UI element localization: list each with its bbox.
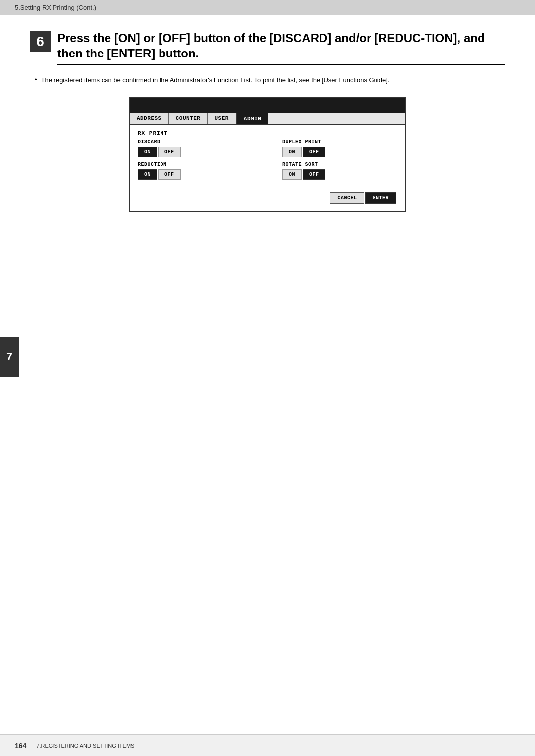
discard-off-button[interactable]: OFF [158,147,181,157]
step-title: Press the [ON] or [OFF] button of the [D… [57,30,505,65]
setting-row: DISCARD ON OFF REDUCTION ON OFF [138,139,397,185]
right-col: DUPLEX PRINT ON OFF ROTATE SORT ON OFF [282,139,397,185]
rotate-sort-off-button[interactable]: OFF [303,169,325,180]
tab-admin[interactable]: ADMIN [236,113,269,124]
tab-user[interactable]: USER [208,113,236,124]
breadcrumb: 5.Setting RX Printing (Cont.) [0,0,535,15]
reduction-on-button[interactable]: ON [138,169,157,180]
chapter-label: 7.REGISTERING AND SETTING ITEMS [36,743,134,749]
enter-button[interactable]: ENTER [365,192,396,204]
ui-panel: ADDRESS COUNTER USER ADMIN RX PRINT DISC… [129,97,406,212]
reduction-btn-group: ON OFF [138,169,253,180]
duplex-btn-group: ON OFF [282,147,397,157]
duplex-on-button[interactable]: ON [282,147,302,157]
rotate-sort-on-button[interactable]: ON [282,169,302,180]
step-number: 6 [30,31,51,52]
tab-address[interactable]: ADDRESS [130,113,169,124]
discard-label: DISCARD [138,139,253,145]
rotate-sort-btn-group: ON OFF [282,169,397,180]
section-title: RX PRINT [138,130,397,136]
breadcrumb-text: 5.Setting RX Printing (Cont.) [15,4,96,11]
note-text: The registered items can be confirmed in… [41,75,390,85]
reduction-off-button[interactable]: OFF [158,169,181,180]
step-heading: 6 Press the [ON] or [OFF] button of the … [30,30,505,65]
ui-tabs: ADDRESS COUNTER USER ADMIN [130,113,405,125]
left-col: DISCARD ON OFF REDUCTION ON OFF [138,139,253,185]
discard-btn-group: ON OFF [138,147,253,157]
reduction-label: REDUCTION [138,162,253,167]
bottom-bar: 164 7.REGISTERING AND SETTING ITEMS [0,734,535,756]
page-number: 164 [15,742,26,750]
note-bullet: • The registered items can be confirmed … [30,75,505,85]
duplex-off-button[interactable]: OFF [303,147,325,157]
bullet-icon: • [35,76,37,83]
cancel-button[interactable]: CANCEL [330,192,364,204]
ui-body: RX PRINT DISCARD ON OFF REDUCTION ON OFF [130,125,405,211]
tab-counter[interactable]: COUNTER [169,113,208,124]
duplex-label: DUPLEX PRINT [282,139,397,145]
ui-footer: CANCEL ENTER [138,192,397,204]
page: 5.Setting RX Printing (Cont.) 6 Press th… [0,0,535,756]
discard-on-button[interactable]: ON [138,147,157,157]
divider [138,188,397,188]
main-content: 6 Press the [ON] or [OFF] button of the … [0,15,535,241]
side-tab: 7 [0,337,19,377]
rotate-sort-label: ROTATE SORT [282,162,397,167]
ui-panel-header [130,98,405,113]
